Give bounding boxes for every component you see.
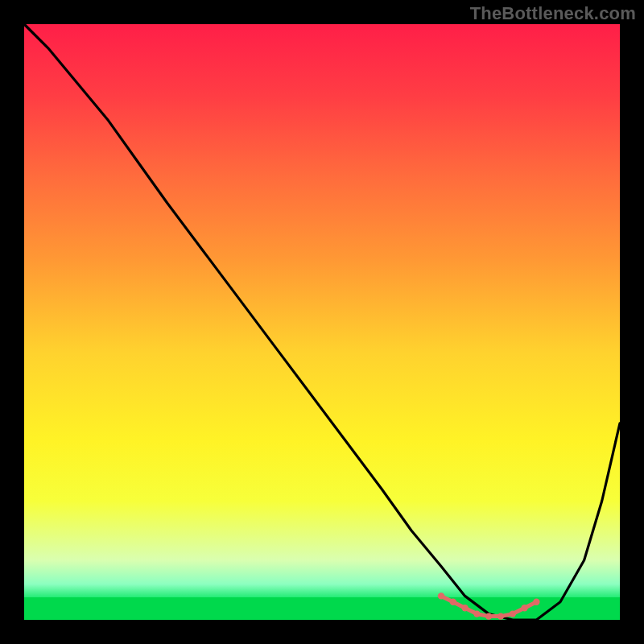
valley-accent-dots	[438, 592, 540, 620]
chart-frame: TheBottleneck.com	[0, 0, 644, 644]
valley-dot	[533, 599, 539, 605]
watermark-text: TheBottleneck.com	[470, 3, 636, 24]
bottleneck-curve-path	[24, 24, 620, 620]
bottleneck-curve-svg	[24, 24, 620, 620]
